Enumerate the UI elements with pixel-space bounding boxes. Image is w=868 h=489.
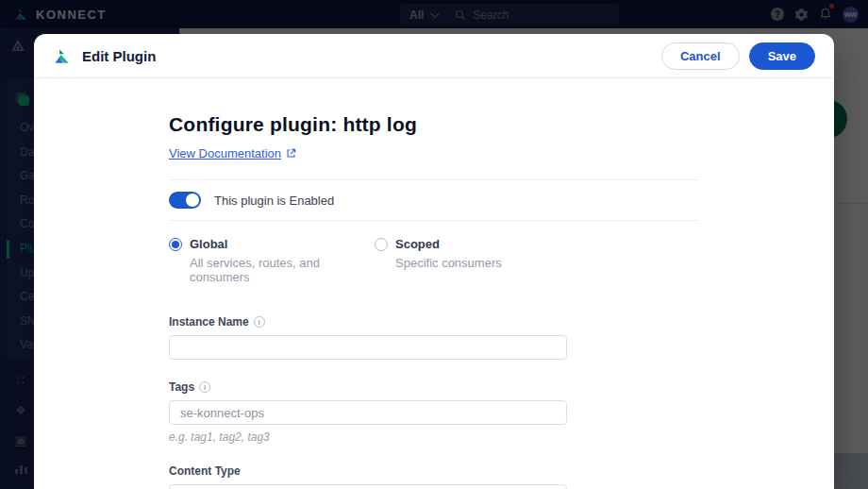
scope-global-description: All services, routes, and consumers xyxy=(190,256,375,284)
instance-name-input[interactable] xyxy=(169,335,567,360)
toggle-label: This plugin is Enabled xyxy=(214,194,334,208)
info-icon[interactable]: i xyxy=(199,381,210,393)
scope-option-scoped[interactable]: Scoped Specific consumers xyxy=(375,237,580,284)
scope-scoped-label: Scoped xyxy=(395,237,502,251)
page-title: Configure plugin: http log xyxy=(169,113,699,136)
view-documentation-link[interactable]: View Documentation xyxy=(169,146,296,160)
tags-label-text: Tags xyxy=(169,380,194,394)
info-icon[interactable]: i xyxy=(254,316,265,328)
tags-field: Tags i e.g. tag1, tag2, tag3 xyxy=(169,380,699,444)
modal-header: Edit Plugin Cancel Save xyxy=(34,34,834,78)
instance-name-label-text: Instance Name xyxy=(169,315,249,329)
scope-global-label: Global xyxy=(190,237,375,251)
cancel-button[interactable]: Cancel xyxy=(661,42,740,70)
plugin-form-fields: Instance Name i Tags i e.g. tag1, tag2, … xyxy=(169,315,699,489)
modal-body: Configure plugin: http log View Document… xyxy=(34,78,834,489)
radio-unselected-icon[interactable] xyxy=(375,238,388,251)
external-link-icon xyxy=(286,148,296,159)
modal-title: Edit Plugin xyxy=(82,48,661,64)
scope-scoped-description: Specific consumers xyxy=(395,256,502,270)
save-button[interactable]: Save xyxy=(749,42,815,70)
content-type-field: Content Type xyxy=(169,464,699,489)
edit-plugin-modal: Edit Plugin Cancel Save Configure plugin… xyxy=(34,34,834,489)
enabled-toggle-row: This plugin is Enabled xyxy=(169,180,699,220)
plugin-enabled-toggle[interactable] xyxy=(169,192,201,209)
instance-name-label: Instance Name i xyxy=(169,315,699,329)
divider xyxy=(169,220,699,221)
content-type-input[interactable] xyxy=(169,484,567,489)
radio-selected-icon[interactable] xyxy=(169,238,182,251)
screen: KONNECT All ? xyxy=(0,0,868,489)
scope-option-global[interactable]: Global All services, routes, and consume… xyxy=(169,237,375,284)
instance-name-field: Instance Name i xyxy=(169,315,699,360)
scope-radio-group: Global All services, routes, and consume… xyxy=(169,237,699,284)
tags-helper-text: e.g. tag1, tag2, tag3 xyxy=(169,430,699,444)
content-type-label: Content Type xyxy=(169,464,699,478)
tags-input[interactable] xyxy=(169,400,567,425)
kong-logo-icon xyxy=(53,47,71,65)
content-type-label-text: Content Type xyxy=(169,464,241,478)
tags-label: Tags i xyxy=(169,380,699,394)
view-documentation-label: View Documentation xyxy=(169,146,281,160)
